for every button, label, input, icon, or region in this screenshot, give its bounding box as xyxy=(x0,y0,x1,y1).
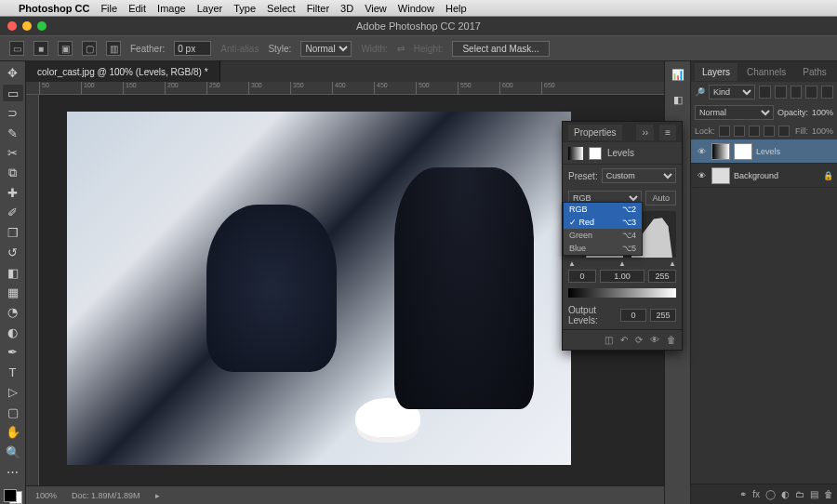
fill-value[interactable]: 100% xyxy=(812,126,833,136)
tab-paths[interactable]: Paths xyxy=(795,63,834,81)
quick-select-tool-icon[interactable]: ✎ xyxy=(3,125,23,140)
shape-tool-icon[interactable]: ▢ xyxy=(3,404,23,419)
menu-edit[interactable]: Edit xyxy=(128,3,146,14)
lock-transparency-icon[interactable] xyxy=(719,126,730,137)
auto-button[interactable]: Auto xyxy=(645,191,676,206)
output-high[interactable] xyxy=(650,309,676,322)
mask-icon[interactable]: ◯ xyxy=(765,489,776,499)
type-tool-icon[interactable]: T xyxy=(3,365,23,380)
zoom-tool-icon[interactable]: 🔍 xyxy=(3,444,23,459)
properties-tab[interactable]: Properties xyxy=(568,125,622,140)
menu-select[interactable]: Select xyxy=(267,3,296,14)
feather-input[interactable] xyxy=(174,41,211,56)
ruler-vertical[interactable] xyxy=(26,95,39,485)
pen-tool-icon[interactable]: ✒ xyxy=(3,344,23,360)
select-and-mask-button[interactable]: Select and Mask... xyxy=(452,41,549,57)
subtract-selection-icon[interactable]: ▢ xyxy=(82,41,97,56)
menu-layer[interactable]: Layer xyxy=(197,3,223,14)
layer-filter-kind[interactable]: Kind xyxy=(709,85,755,99)
channel-option-green[interactable]: Green⌥4 xyxy=(564,229,642,242)
menu-image[interactable]: Image xyxy=(157,3,186,14)
style-select[interactable]: Normal xyxy=(300,41,352,57)
layer-name[interactable]: Background xyxy=(734,171,778,180)
blur-tool-icon[interactable]: ◔ xyxy=(3,304,23,320)
zoom-level[interactable]: 100% xyxy=(35,491,57,500)
hand-tool-icon[interactable]: ✋ xyxy=(3,424,23,440)
lock-pixels-icon[interactable] xyxy=(734,126,745,137)
new-selection-icon[interactable]: ■ xyxy=(33,41,48,56)
layer-name[interactable]: Levels xyxy=(756,147,780,156)
minimize-icon[interactable] xyxy=(22,21,32,31)
clip-icon[interactable]: ◫ xyxy=(604,335,613,345)
preset-select[interactable]: Custom xyxy=(602,168,676,183)
filter-shape-icon[interactable] xyxy=(805,86,817,99)
output-low[interactable] xyxy=(620,309,646,322)
adjustment-icon[interactable]: ◐ xyxy=(781,489,790,499)
highlight-slider-icon[interactable]: ▲ xyxy=(669,259,676,268)
channel-option-red[interactable]: ✓ Red⌥3 xyxy=(564,216,642,229)
filter-adj-icon[interactable] xyxy=(775,86,787,99)
toggle-visibility-icon[interactable]: 👁 xyxy=(650,335,659,345)
mask-thumb-icon[interactable] xyxy=(589,147,602,160)
ruler-horizontal[interactable]: 50100150200250300350400450500550600650 xyxy=(26,82,664,95)
collapse-icon[interactable]: ›› xyxy=(636,125,654,140)
previous-icon[interactable]: ↶ xyxy=(620,335,628,345)
menu-file[interactable]: File xyxy=(100,3,117,14)
menu-type[interactable]: Type xyxy=(233,3,256,14)
trash-icon[interactable]: 🗑 xyxy=(667,335,676,345)
opacity-value[interactable]: 100% xyxy=(812,108,833,117)
layer-mask-icon[interactable] xyxy=(734,143,752,160)
dodge-tool-icon[interactable]: ◐ xyxy=(3,325,23,340)
input-highlight[interactable] xyxy=(648,270,676,283)
filter-type-icon[interactable] xyxy=(790,86,803,99)
menu-window[interactable]: Window xyxy=(398,3,434,14)
crop-tool-icon[interactable]: ✂ xyxy=(3,145,23,161)
path-tool-icon[interactable]: ▷ xyxy=(3,384,23,400)
channel-option-blue[interactable]: Blue⌥5 xyxy=(564,242,642,255)
add-selection-icon[interactable]: ▣ xyxy=(58,41,73,56)
tool-preset-icon[interactable]: ▭ xyxy=(9,41,24,56)
intersect-selection-icon[interactable]: ▥ xyxy=(106,41,121,56)
mid-slider-icon[interactable]: ▲ xyxy=(618,259,626,268)
filter-smart-icon[interactable] xyxy=(821,86,833,99)
app-name[interactable]: Photoshop CC xyxy=(19,3,89,14)
lock-artboard-icon[interactable] xyxy=(764,126,775,137)
eraser-tool-icon[interactable]: ◧ xyxy=(3,264,23,280)
move-tool-icon[interactable]: ✥ xyxy=(3,65,23,81)
tab-layers[interactable]: Layers xyxy=(695,63,737,81)
color-panel-icon[interactable]: ◧ xyxy=(673,94,683,106)
menu-help[interactable]: Help xyxy=(445,3,467,14)
blend-mode-select[interactable]: Normal xyxy=(695,105,774,120)
lasso-tool-icon[interactable]: ⊃ xyxy=(3,105,23,121)
channel-option-rgb[interactable]: RGB⌥2 xyxy=(564,203,642,216)
gradient-tool-icon[interactable]: ▦ xyxy=(3,285,23,300)
close-icon[interactable] xyxy=(7,21,17,31)
layer-row[interactable]: 👁 Background 🔒 xyxy=(691,164,837,188)
group-icon[interactable]: 🗀 xyxy=(795,489,804,499)
histogram-panel-icon[interactable]: 📊 xyxy=(671,69,684,81)
lock-all-icon[interactable] xyxy=(778,126,790,137)
shadow-slider-icon[interactable]: ▲ xyxy=(568,259,576,268)
clone-tool-icon[interactable]: ❐ xyxy=(3,225,23,241)
color-swatch[interactable] xyxy=(4,489,22,504)
menu-view[interactable]: View xyxy=(365,3,387,14)
visibility-icon[interactable]: 👁 xyxy=(695,147,708,156)
new-layer-icon[interactable]: ▤ xyxy=(810,489,818,499)
reset-icon[interactable]: ⟳ xyxy=(635,335,643,345)
input-shadow[interactable] xyxy=(568,270,596,283)
marquee-tool-icon[interactable]: ▭ xyxy=(3,85,23,100)
document-tab[interactable]: color_cast.jpg @ 100% (Levels, RGB/8) * xyxy=(26,61,220,82)
trash-icon[interactable]: 🗑 xyxy=(824,489,833,499)
menu-filter[interactable]: Filter xyxy=(307,3,329,14)
status-arrow-icon[interactable]: ▸ xyxy=(155,491,160,500)
tab-channels[interactable]: Channels xyxy=(739,63,793,81)
maximize-icon[interactable] xyxy=(37,21,46,31)
link-layers-icon[interactable]: ⚭ xyxy=(739,489,747,499)
swap-icon[interactable]: ⇄ xyxy=(397,44,405,54)
eyedropper-tool-icon[interactable]: ⧉ xyxy=(3,165,23,180)
panel-menu-icon[interactable]: ≡ xyxy=(659,125,676,140)
history-brush-tool-icon[interactable]: ↺ xyxy=(3,245,23,260)
healing-tool-icon[interactable]: ✚ xyxy=(3,185,23,201)
layer-thumb-icon[interactable] xyxy=(711,143,730,160)
layer-thumb-icon[interactable] xyxy=(711,167,730,184)
